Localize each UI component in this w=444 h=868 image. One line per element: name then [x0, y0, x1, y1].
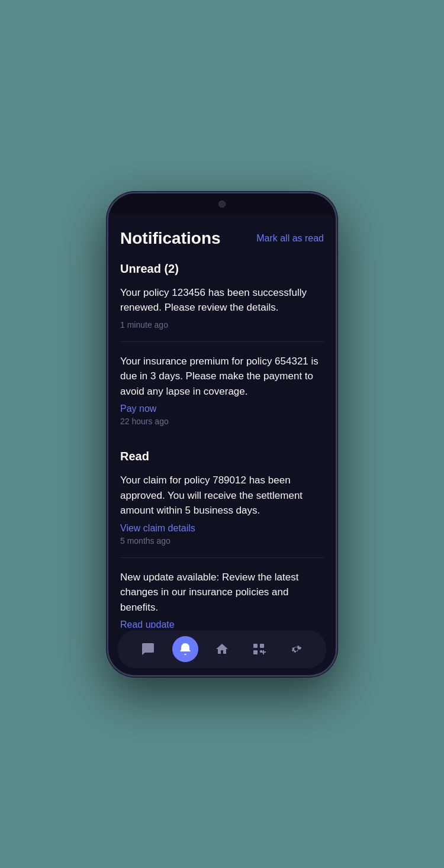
notification-item: New update available: Review the latest …: [120, 570, 324, 628]
page-title: Notifications: [120, 229, 221, 248]
phone-top-bar: [108, 193, 336, 215]
mark-all-read-button[interactable]: Mark all as read: [256, 233, 324, 244]
pay-now-link[interactable]: Pay now: [120, 404, 324, 414]
notification-text: New update available: Review the latest …: [120, 570, 324, 615]
view-claim-details-link[interactable]: View claim details: [120, 523, 324, 534]
message-icon: [141, 642, 155, 656]
notification-time: 1 minute ago: [120, 320, 324, 330]
notification-text: Your insurance premium for policy 654321…: [120, 354, 324, 399]
read-section-header: Read: [120, 450, 324, 463]
svg-rect-2: [253, 650, 258, 654]
grid-icon: [252, 642, 266, 656]
svg-rect-0: [253, 644, 258, 648]
notification-item: Your insurance premium for policy 654321…: [120, 354, 324, 438]
read-update-link[interactable]: Read update: [120, 619, 324, 628]
gear-icon: [289, 642, 303, 656]
nav-item-settings[interactable]: [283, 636, 309, 662]
unread-section: Unread (2) Your policy 123456 has been s…: [120, 262, 324, 438]
camera-dot: [218, 201, 226, 208]
nav-item-apps[interactable]: [246, 636, 272, 662]
notification-text: Your policy 123456 has been successfully…: [120, 285, 324, 315]
notification-item: Your claim for policy 789012 has been ap…: [120, 473, 324, 558]
bottom-nav: [118, 630, 326, 668]
nav-item-notifications[interactable]: [172, 636, 198, 662]
page-header: Notifications Mark all as read: [120, 229, 324, 248]
home-icon: [215, 642, 229, 656]
bell-icon: [178, 642, 192, 656]
notification-text: Your claim for policy 789012 has been ap…: [120, 473, 324, 518]
phone-frame: Notifications Mark all as read Unread (2…: [107, 192, 337, 677]
unread-section-header: Unread (2): [120, 262, 324, 276]
notification-time: 22 hours ago: [120, 417, 324, 426]
screen: Notifications Mark all as read Unread (2…: [108, 215, 336, 675]
notification-time: 5 months ago: [120, 536, 324, 546]
svg-rect-1: [260, 644, 264, 648]
read-section: Read Your claim for policy 789012 has be…: [120, 450, 324, 628]
nav-item-home[interactable]: [209, 636, 235, 662]
notification-item: Your policy 123456 has been successfully…: [120, 285, 324, 342]
nav-item-messages[interactable]: [135, 636, 161, 662]
scroll-area: Notifications Mark all as read Unread (2…: [108, 215, 336, 628]
